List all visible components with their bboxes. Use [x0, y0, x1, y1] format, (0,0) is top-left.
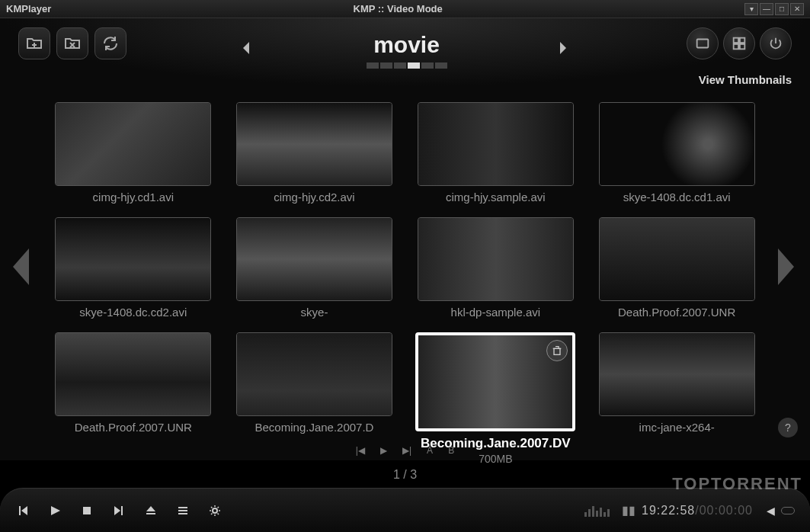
remove-folder-button[interactable] — [56, 27, 88, 59]
stop-button[interactable] — [79, 503, 94, 518]
video-item[interactable]: Death.Proof.2007.UNR — [597, 217, 757, 319]
video-label: skye-1408.dc.cd1.avi — [623, 191, 731, 204]
video-item[interactable]: imc-jane-x264- — [597, 332, 757, 465]
pause-indicator-icon: ▮▮ — [622, 503, 636, 518]
help-button[interactable]: ? — [778, 418, 798, 437]
video-label: hkl-dp-sample.avi — [451, 306, 541, 319]
video-label: Becoming.Jane.2007.D — [255, 421, 374, 434]
window-close-button[interactable]: ✕ — [790, 3, 804, 15]
svg-rect-3 — [734, 44, 738, 49]
video-thumbnail[interactable] — [418, 102, 574, 186]
video-label: cimg-hjy.cd1.avi — [93, 191, 174, 204]
grid-view-button[interactable] — [723, 27, 755, 59]
window-minimize-button[interactable]: — — [760, 3, 773, 15]
video-thumbnail[interactable] — [599, 102, 755, 186]
video-label: Death.Proof.2007.UNR — [618, 306, 735, 319]
video-label: skye-1408.dc.cd2.avi — [79, 306, 187, 319]
time-display: 19:22:58/00:00:00 — [642, 503, 753, 518]
video-thumbnail[interactable] — [599, 217, 755, 301]
page-dots — [367, 62, 447, 69]
video-thumbnail[interactable] — [599, 332, 755, 416]
video-label: imc-jane-x264- — [639, 421, 715, 434]
video-item[interactable]: skye-1408.dc.cd1.avi — [597, 102, 757, 204]
video-item[interactable]: cimg-hjy.cd2.avi — [235, 102, 395, 204]
video-item[interactable]: skye- — [235, 217, 395, 319]
video-label: cimg-hjy.cd2.avi — [274, 191, 354, 204]
video-thumbnail[interactable] — [236, 332, 392, 416]
window-tray-button[interactable]: ▾ — [744, 3, 758, 15]
video-label: skye- — [301, 306, 328, 319]
mini-prev-button[interactable]: |◀ — [356, 445, 365, 456]
video-label: cimg-hjy.sample.avi — [446, 191, 546, 204]
page-prev-button[interactable] — [6, 246, 37, 292]
video-thumbnail[interactable] — [55, 217, 211, 301]
svg-rect-1 — [734, 38, 738, 43]
video-thumbnail[interactable] — [415, 332, 575, 431]
video-size-label: 700MB — [479, 453, 512, 465]
play-button[interactable] — [47, 503, 62, 518]
category-prev-button[interactable] — [237, 39, 260, 62]
video-item[interactable]: Death.Proof.2007.UNR — [53, 332, 213, 465]
window-title: KMP :: Video Mode — [51, 3, 744, 14]
volume-icon[interactable]: ◀ — [767, 505, 775, 517]
eject-button[interactable] — [143, 503, 158, 518]
mark-b-button[interactable]: B — [448, 445, 454, 456]
fullscreen-button[interactable] — [687, 27, 719, 59]
view-mode-label: View Thumbnails — [699, 73, 792, 86]
svg-rect-0 — [697, 40, 709, 48]
video-thumbnail[interactable] — [55, 332, 211, 416]
video-thumbnail[interactable] — [418, 217, 574, 301]
equalizer-icon — [584, 505, 610, 517]
settings-button[interactable] — [207, 503, 223, 518]
video-thumbnail[interactable] — [236, 217, 392, 301]
video-item[interactable]: hkl-dp-sample.avi — [415, 217, 575, 319]
refresh-button[interactable] — [94, 27, 126, 59]
video-item[interactable]: skye-1408.dc.cd2.avi — [53, 217, 213, 319]
window-maximize-button[interactable]: □ — [775, 3, 789, 15]
video-thumbnail[interactable] — [55, 102, 211, 186]
page-next-button[interactable] — [773, 246, 804, 292]
video-item[interactable]: cimg-hjy.cd1.avi — [53, 102, 213, 204]
page-indicator: 1 / 3 — [53, 468, 757, 482]
mark-a-button[interactable]: A — [427, 445, 433, 456]
svg-point-7 — [213, 508, 217, 513]
svg-rect-5 — [554, 348, 560, 354]
playlist-button[interactable] — [175, 503, 190, 518]
power-button[interactable] — [760, 27, 792, 59]
video-thumbnail[interactable] — [236, 102, 392, 186]
video-item[interactable]: cimg-hjy.sample.avi — [415, 102, 575, 204]
mini-play-button[interactable]: ▶ — [380, 445, 387, 456]
mini-next-button[interactable]: ▶| — [402, 445, 411, 456]
prev-track-button[interactable] — [15, 503, 30, 518]
volume-knob[interactable] — [781, 507, 795, 514]
svg-rect-4 — [740, 44, 744, 49]
app-name: KMPlayer — [6, 3, 51, 14]
video-label: Death.Proof.2007.UNR — [75, 421, 192, 434]
category-title: movie — [367, 32, 447, 58]
svg-rect-2 — [740, 38, 744, 43]
next-track-button[interactable] — [111, 503, 126, 518]
svg-rect-6 — [83, 507, 91, 514]
add-folder-button[interactable] — [18, 27, 50, 59]
category-next-button[interactable] — [554, 39, 577, 62]
